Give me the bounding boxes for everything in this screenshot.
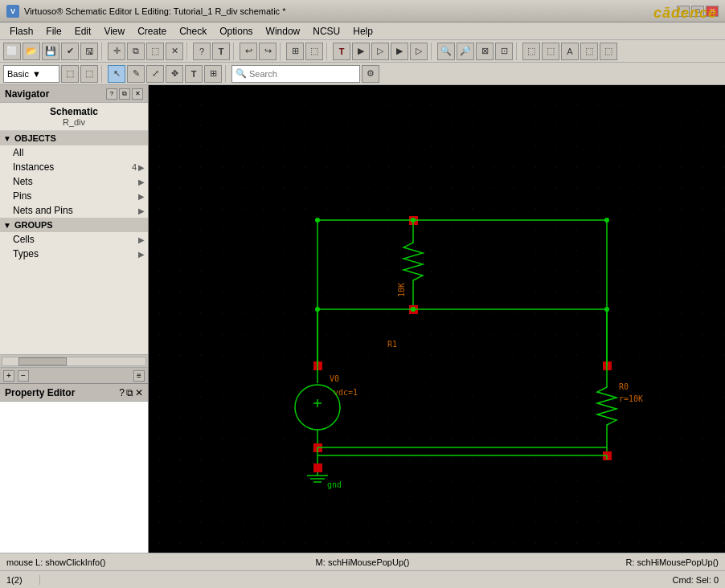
nav-item-all[interactable]: All [0, 145, 148, 160]
tb-save[interactable]: 💾 [42, 43, 59, 60]
menu-edit[interactable]: Edit [68, 24, 98, 39]
main-area: Navigator ? ⧉ ✕ Schematic R_div ▼ OBJECT… [0, 85, 725, 553]
tb-pin[interactable]: ▶ [352, 43, 370, 60]
menu-file[interactable]: File [39, 24, 68, 39]
tb-misc5[interactable]: ⬚ [600, 43, 617, 60]
tb-zoom-area[interactable]: ⬚ [305, 43, 323, 60]
mode-dropdown[interactable]: Basic ▼ [3, 65, 59, 83]
statusbar-mid: M: schHiMousePopUp() [246, 557, 479, 567]
tb2-opt[interactable]: ⚙ [362, 65, 379, 83]
menu-options[interactable]: Options [213, 24, 259, 39]
bottombar: 1(2) Cmd: Sel: 0 [0, 570, 725, 588]
menu-create[interactable]: Create [131, 24, 173, 39]
search-box[interactable]: 🔍 ▼ [231, 65, 360, 83]
tb-open[interactable]: 📂 [23, 43, 40, 60]
tb-net[interactable]: ▷ [371, 43, 389, 60]
menu-window[interactable]: Window [260, 24, 307, 39]
nav-item-types-label: Types [13, 248, 138, 259]
nav-item-pins[interactable]: Pins ▶ [0, 189, 148, 203]
menu-ncsu[interactable]: NCSU [306, 24, 346, 39]
tb-bus[interactable]: ▶ [391, 43, 408, 60]
svg-point-101 [411, 307, 416, 312]
search-input[interactable] [249, 69, 360, 79]
navigator-header-buttons: ? ⧉ ✕ [106, 88, 143, 100]
nav-section-objects[interactable]: ▼ OBJECTS [0, 131, 148, 145]
tb-check[interactable]: ✔ [61, 43, 79, 60]
navigator-header: Navigator ? ⧉ ✕ [0, 85, 148, 103]
statusbar-left: mouse L: showClickInfo() [0, 557, 246, 567]
property-editor-close-button[interactable]: ✕ [135, 387, 143, 398]
tb2-edit[interactable]: ✎ [127, 65, 145, 83]
menu-view[interactable]: View [97, 24, 131, 39]
tb-add[interactable]: ✛ [108, 43, 125, 60]
nav-remove-button[interactable]: − [18, 370, 29, 382]
svg-point-102 [315, 307, 320, 312]
menu-flash[interactable]: Flash [3, 24, 39, 39]
tb2-text2[interactable]: T [185, 65, 203, 83]
tb-zoom-out[interactable]: 🔎 [457, 43, 474, 60]
tb-save2[interactable]: 🖫 [80, 43, 98, 60]
scrollbar-thumb[interactable] [18, 357, 67, 365]
nav-item-nets[interactable]: Nets ▶ [0, 174, 148, 189]
tb-mirror[interactable]: ⬚ [146, 43, 164, 60]
nav-item-nets-pins-arrow: ▶ [138, 206, 145, 215]
tb-delete[interactable]: ✕ [166, 43, 183, 60]
tb-redo[interactable]: ↪ [259, 43, 276, 60]
tb-misc1[interactable]: ⬚ [522, 43, 540, 60]
tb-misc2[interactable]: ⬚ [542, 43, 559, 60]
tb-new[interactable]: ⬜ [3, 43, 21, 60]
property-editor-help-button[interactable]: ? [119, 387, 125, 398]
tb2-btn3[interactable]: ⊞ [204, 65, 222, 83]
tb-help[interactable]: ? [193, 43, 211, 60]
nav-item-types[interactable]: Types ▶ [0, 247, 148, 261]
search-icon: 🔍 [236, 68, 247, 79]
schematic-cell: R_div [6, 117, 141, 127]
navigator-float-button[interactable]: ⧉ [119, 88, 130, 100]
nav-item-nets-pins[interactable]: Nets and Pins ▶ [0, 203, 148, 218]
nav-item-cells[interactable]: Cells ▶ [0, 232, 148, 247]
schematic-canvas[interactable]: 10K R1 R0 r=10K [149, 85, 725, 553]
nav-item-nets-pins-label: Nets and Pins [13, 205, 138, 216]
nav-item-nets-label: Nets [13, 176, 138, 187]
tb2-select[interactable]: ↖ [108, 65, 125, 83]
svg-rect-61 [149, 94, 725, 544]
navigator-close-button[interactable]: ✕ [132, 88, 143, 100]
menu-check[interactable]: Check [173, 24, 213, 39]
tb-undo[interactable]: ↩ [240, 43, 257, 60]
tb2-move[interactable]: ✥ [166, 65, 183, 83]
nav-section-groups[interactable]: ▼ GROUPS [0, 218, 148, 232]
svg-text:r=10K: r=10K [619, 394, 643, 403]
tb2-btn2[interactable]: ⬚ [80, 65, 98, 83]
navigator-scrollbar[interactable] [0, 354, 148, 367]
property-editor-float-button[interactable]: ⧉ [126, 387, 133, 398]
tb-zoom-fit[interactable]: ⊠ [476, 43, 494, 60]
nav-add-button[interactable]: + [3, 370, 14, 382]
svg-text:10K: 10K [397, 283, 406, 297]
tb-text[interactable]: T [212, 43, 230, 60]
tb-fit[interactable]: ⊞ [286, 43, 304, 60]
nav-options-button[interactable]: ≡ [133, 370, 145, 382]
tb-zoom-sel[interactable]: ⊡ [495, 43, 513, 60]
tb-copy[interactable]: ⧉ [127, 43, 145, 60]
tb2-stretch[interactable]: ⤢ [146, 65, 164, 83]
tb-misc3[interactable]: A [561, 43, 579, 60]
navigator-help-button[interactable]: ? [106, 88, 117, 100]
scrollbar-track[interactable] [2, 357, 146, 366]
menu-help[interactable]: Help [346, 24, 379, 39]
nav-item-nets-arrow: ▶ [138, 178, 145, 186]
bottombar-left: 1(2) [0, 575, 40, 585]
toolbar2: Basic ▼ ⬚ ⬚ ↖ ✎ ⤢ ✥ T ⊞ 🔍 ▼ ⚙ [0, 63, 725, 85]
tb-wire[interactable]: T [333, 43, 350, 60]
titlebar: V Virtuoso® Schematic Editor L Editing: … [0, 0, 725, 22]
groups-arrow: ▼ [3, 221, 11, 230]
svg-text:R1: R1 [387, 340, 397, 349]
sep9 [225, 65, 228, 83]
tb-zoom-in[interactable]: 🔍 [437, 43, 455, 60]
nav-item-instances-count: 4 [132, 162, 137, 172]
tb2-btn1[interactable]: ⬚ [61, 65, 79, 83]
schematic-name: Schematic [6, 106, 141, 117]
tb-misc4[interactable]: ⬚ [580, 43, 598, 60]
nav-item-instances[interactable]: Instances 4 ▶ [0, 160, 148, 174]
sep2 [186, 43, 190, 60]
tb-inst[interactable]: ▷ [410, 43, 428, 60]
